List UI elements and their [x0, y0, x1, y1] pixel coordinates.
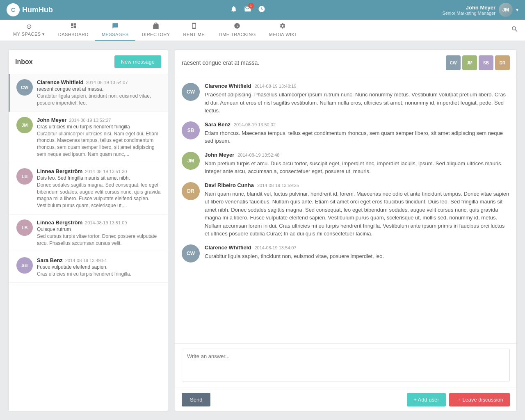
inbox-avatar-lb2: LB	[16, 219, 33, 236]
avatar-initials: JM	[499, 3, 513, 17]
participant-drc: DR	[495, 55, 510, 70]
inbox-meta-lb2: Linnea Bergström 2014-08-19 13:51:09	[37, 219, 161, 226]
nav-media-wiki[interactable]: MEDIA WIKI	[262, 20, 303, 41]
conversation-messages: CW Clarence Whitfield 2014-08-19 13:48:1…	[175, 76, 516, 343]
nav-dashboard[interactable]: DASHBOARD	[52, 20, 95, 41]
msg-body-m4: Davi Ribeiro Cunha 2014-08-19 13:59:25 N…	[205, 182, 510, 238]
inbox-preview-bold-sb1: Fusce vulputate eleifend sapien.	[37, 264, 161, 270]
nav-directory-label: DIRECTORY	[142, 32, 170, 37]
nav-rent-me[interactable]: RENT ME	[177, 20, 212, 41]
inbox-title: Inbox	[15, 58, 33, 66]
reply-input[interactable]	[182, 349, 510, 381]
msg-avatar-m2: SB	[182, 121, 200, 139]
conversation-panel: raesent congue erat at massa. CW JM SB D…	[175, 49, 517, 412]
page-content: Inbox New message CW Clarence Whitfield …	[0, 41, 525, 420]
conversation-actions: Send + Add user → Leave discussion	[175, 388, 516, 411]
msg-time-m2: 2014-08-19 13:50:02	[234, 122, 276, 127]
msg-name-m4: Davi Ribeiro Cunha	[205, 182, 254, 188]
msg-meta-m3: John Meyer 2014-08-19 13:52:48	[205, 152, 510, 158]
inbox-meta-jm1: John Meyer 2014-08-19 13:52:27	[37, 117, 161, 123]
mail-badge: 1	[248, 3, 254, 9]
inbox-name-lb2: Linnea Bergström	[37, 219, 82, 226]
user-name: John Meyer	[442, 5, 495, 11]
inbox-item-sb1[interactable]: SB Sara Benz 2014-08-19 13:49:51 Fusce v…	[9, 252, 168, 283]
inbox-time-cw1: 2014-08-19 13:54:07	[86, 80, 128, 85]
inbox-item-lb1[interactable]: LB Linnea Bergström 2014-08-19 13:51:30 …	[9, 163, 168, 215]
conversation-title: raesent congue erat at massa.	[182, 59, 259, 66]
nav-messages-label: MESSAGES	[102, 32, 129, 37]
new-message-button[interactable]: New message	[114, 55, 161, 68]
inbox-time-sb1: 2014-08-19 13:49:51	[65, 258, 107, 263]
participant-avatar-jm: JM	[462, 55, 477, 70]
msg-text-m4: Nam quam nunc, blandit vel, luctus pulvi…	[205, 190, 510, 238]
inbox-preview-bold-jm1: Cras ultricies mi eu turpis hendrerit fr…	[37, 124, 161, 130]
msg-meta-m1: Clarence Whitfield 2014-08-19 13:48:19	[205, 83, 510, 89]
inbox-panel: Inbox New message CW Clarence Whitfield …	[8, 49, 168, 412]
inbox-time-lb2: 2014-08-19 13:51:09	[85, 220, 127, 225]
msg-avatar-m4: DR	[182, 182, 200, 200]
msg-time-m3: 2014-08-19 13:52:48	[237, 153, 279, 158]
nav-time-tracking-label: TIME TRACKING	[218, 32, 256, 37]
inbox-name-sb1: Sara Benz	[37, 257, 63, 263]
nav-messages[interactable]: MESSAGES	[95, 20, 135, 41]
user-dropdown-chevron[interactable]: ▾	[516, 7, 518, 13]
nav-time-tracking[interactable]: TIME TRACKING	[211, 20, 262, 41]
mail-icon-btn[interactable]: 1	[244, 5, 251, 14]
inbox-time-lb1: 2014-08-19 13:51:30	[85, 169, 127, 174]
inbox-name-lb1: Linnea Bergström	[37, 168, 82, 174]
user-avatar: JM	[499, 3, 513, 17]
msg-text-m2: Etiam rhoncus. Maecenas tempus, tellus e…	[205, 129, 510, 145]
msg-time-m4: 2014-08-19 13:59:25	[257, 183, 299, 188]
inbox-list: CW Clarence Whitfield 2014-08-19 13:54:0…	[9, 74, 168, 283]
msg-avatar-m1: CW	[182, 83, 200, 101]
bell-icon-btn[interactable]	[230, 5, 237, 14]
inbox-meta-lb1: Linnea Bergström 2014-08-19 13:51:30	[37, 168, 161, 174]
inbox-preview-jm1: Curabitur ullamcorper ultricies nisi. Na…	[37, 130, 161, 158]
add-user-button[interactable]: + Add user	[407, 393, 446, 406]
conversation-participants: CW JM SB DR	[446, 55, 510, 70]
nav-rent-me-label: RENT ME	[183, 32, 205, 37]
inbox-content-sb1: Sara Benz 2014-08-19 13:49:51 Fusce vulp…	[37, 257, 161, 278]
inbox-meta-cw1: Clarence Whitfield 2014-08-19 13:54:07	[37, 79, 161, 85]
nav-directory[interactable]: DIRECTORY	[135, 20, 177, 41]
clock-icon-btn[interactable]	[258, 5, 265, 14]
logo[interactable]: HumHub C HumHub	[7, 3, 53, 16]
inbox-avatar-lb1: LB	[16, 168, 33, 185]
avatar-sb1: SB	[16, 257, 33, 274]
user-role: Senior Marketing Manager	[442, 11, 495, 16]
msg-meta-m5: Clarence Whitfield 2014-08-19 13:54:07	[205, 244, 510, 251]
my-spaces-icon: ⊙	[26, 23, 32, 30]
search-icon-btn[interactable]	[511, 25, 518, 35]
participant-avatar-cw: CW	[446, 55, 461, 70]
nav-my-spaces[interactable]: ⊙ MY SPACES ▾	[7, 20, 52, 41]
msg-avatar-img-m1: CW	[182, 83, 200, 101]
msg-text-m1: Praesent adipiscing. Phasellus ullamcorp…	[205, 91, 510, 115]
msg-avatar-img-m2: SB	[182, 121, 200, 139]
inbox-item-lb2[interactable]: LB Linnea Bergström 2014-08-19 13:51:09 …	[9, 215, 168, 252]
inbox-header: Inbox New message	[9, 50, 168, 74]
inbox-meta-sb1: Sara Benz 2014-08-19 13:49:51	[37, 257, 161, 263]
msg-body-m3: John Meyer 2014-08-19 13:52:48 Nam preti…	[205, 152, 510, 176]
avatar-jm1: JM	[16, 117, 33, 133]
nav-items: ⊙ MY SPACES ▾ DASHBOARD MESSAGES DIRECTO…	[7, 20, 303, 41]
msg-name-m5: Clarence Whitfield	[205, 244, 251, 251]
user-profile[interactable]: John Meyer Senior Marketing Manager JM ▾	[442, 3, 518, 17]
nav-my-spaces-label: MY SPACES ▾	[13, 32, 45, 37]
inbox-name-cw1: Clarence Whitfield	[37, 79, 83, 85]
reply-area	[175, 343, 516, 388]
inbox-content-lb2: Linnea Bergström 2014-08-19 13:51:09 Qui…	[37, 219, 161, 247]
inbox-name-jm1: John Meyer	[37, 117, 66, 123]
leave-discussion-button[interactable]: → Leave discussion	[449, 393, 510, 406]
participant-cw: CW	[446, 55, 461, 70]
inbox-avatar-sb1: SB	[16, 257, 33, 274]
inbox-item-jm1[interactable]: JM John Meyer 2014-08-19 13:52:27 Cras u…	[9, 112, 168, 163]
inbox-item-cw1[interactable]: CW Clarence Whitfield 2014-08-19 13:54:0…	[9, 74, 168, 112]
header: HumHub C HumHub 1 John Meyer Senior Mark…	[0, 0, 525, 20]
msg-body-m1: Clarence Whitfield 2014-08-19 13:48:19 P…	[205, 83, 510, 115]
message-m4: DR Davi Ribeiro Cunha 2014-08-19 13:59:2…	[182, 182, 510, 238]
inbox-preview-bold-cw1: raesent congue erat at massa.	[37, 86, 161, 92]
send-button[interactable]: Send	[182, 393, 210, 406]
message-m5: CW Clarence Whitfield 2014-08-19 13:54:0…	[182, 244, 510, 262]
inbox-time-jm1: 2014-08-19 13:52:27	[69, 118, 111, 123]
participant-avatar-sb: SB	[479, 55, 493, 70]
